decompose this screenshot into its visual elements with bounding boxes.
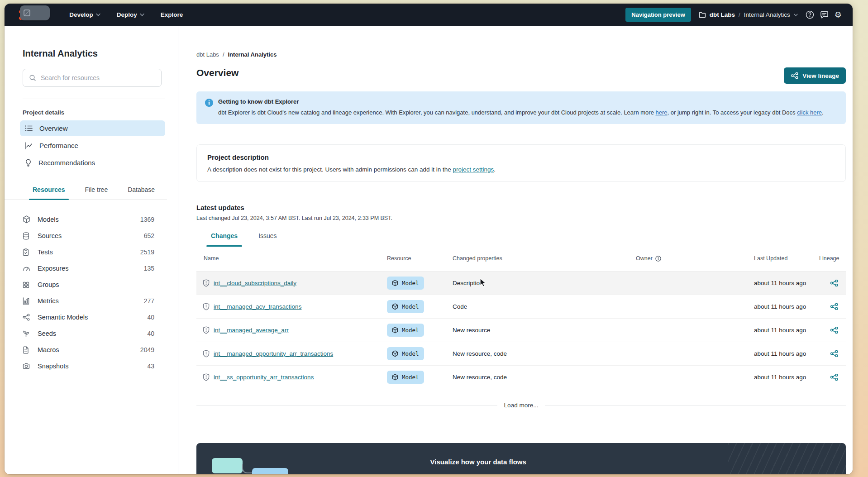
breadcrumb-parent[interactable]: dbt Labs [196,51,219,58]
chart-line-icon [25,142,33,149]
tab-changes[interactable]: Changes [211,232,238,246]
description-text: . [494,166,496,173]
model-name-link[interactable]: int__cloud_subscriptions_daily [214,280,296,286]
resource-badge: Model [387,277,424,290]
col-changed-properties: Changed properties [453,255,636,262]
resource-item-snapshots[interactable]: Snapshots 43 [23,358,154,374]
branch-icon [23,314,31,321]
nav-explore[interactable]: Explore [161,11,183,18]
row-lineage-icon[interactable] [819,303,846,310]
legacy-docs-link[interactable]: click here [797,109,822,116]
promo-hatch-pattern [728,443,846,474]
promo-node-illustration [212,458,243,473]
model-name-link[interactable]: int__ss_opportunity_arr_transactions [214,374,314,381]
tab-database[interactable]: Database [128,186,155,199]
changed-properties-cell: Description [453,280,636,286]
view-lineage-button[interactable]: View lineage [784,67,846,84]
gear-icon[interactable]: ⚙ [835,11,842,19]
resource-label: Models [38,216,59,223]
cube-icon [392,350,398,357]
navigation-preview-button[interactable]: Navigation preview [625,8,691,22]
last-updated-cell: about 11 hours ago [749,303,819,310]
cube-icon [23,215,31,224]
navbar-right: Navigation preview dbt Labs / Internal A… [625,8,842,22]
load-more-link[interactable]: Load more... [504,402,539,409]
row-lineage-icon[interactable] [819,373,846,381]
artifact-box-icon [24,10,30,16]
resource-badge: Model [387,324,424,337]
project-settings-link[interactable]: project settings [453,166,494,173]
resource-badge: Model [387,300,424,313]
search-box[interactable] [23,69,162,87]
lineage-promo-banner[interactable]: Visualize how your data flows [196,443,846,474]
resource-count: 277 [144,297,154,305]
changed-properties-cell: New resource, code [453,350,636,357]
page-title: Overview [196,67,238,78]
table-row[interactable]: int__managed_average_arr Model New resou… [196,319,846,342]
primary-nav: Develop Deploy Explore [69,11,183,18]
resource-item-macros[interactable]: Macros 2049 [23,342,154,358]
resource-item-groups[interactable]: Groups [23,277,154,293]
project-description-card: Project description A description does n… [196,144,846,182]
model-name-link[interactable]: int__managed_average_arr [214,327,289,334]
banner-text: , or jump right in. To access your legac… [668,109,797,116]
cube-icon [392,280,398,286]
clipboard-check-icon [23,248,31,256]
row-lineage-icon[interactable] [819,279,846,287]
breadcrumb-separator: / [223,51,224,58]
sidebar-item-performance[interactable]: Performance [20,138,165,153]
table-row[interactable]: int__cloud_subscriptions_daily Model Des… [196,272,846,295]
description-card-title: Project description [207,153,835,161]
description-text: A description does not exist for this pr… [207,166,453,173]
window-control-artifact [20,5,50,20]
model-shield-icon [203,279,210,287]
resource-item-seeds[interactable]: Seeds 40 [23,325,154,342]
table-row[interactable]: int__ss_opportunity_arr_transactions Mod… [196,366,846,389]
camera-icon [23,363,31,369]
search-input[interactable] [41,74,155,81]
sidebar-item-overview[interactable]: Overview [20,120,165,136]
table-row[interactable]: int__managed_opportunity_arr_transaction… [196,342,846,366]
model-shield-icon [203,303,210,310]
nav-develop[interactable]: Develop [69,11,100,18]
changed-properties-cell: New resource, code [453,374,636,381]
model-name-link[interactable]: int__managed_acv_transactions [214,303,301,310]
explorer-info-banner: Getting to know dbt Explorer dbt Explore… [196,91,846,124]
model-shield-icon [203,350,210,358]
resource-item-metrics[interactable]: Metrics 277 [23,293,154,309]
resource-item-tests[interactable]: Tests 2519 [23,244,154,260]
resource-item-exposures[interactable]: Exposures 135 [23,260,154,277]
promo-title: Visualize how your data flows [430,458,526,466]
resource-label: Macros [38,346,59,353]
table-row[interactable]: int__managed_acv_transactions Model Code… [196,295,846,319]
changed-properties-cell: New resource [453,327,636,334]
help-icon[interactable] [806,10,814,19]
model-name-link[interactable]: int__managed_opportunity_arr_transaction… [214,350,333,357]
resource-badge-label: Model [402,280,419,286]
feedback-icon[interactable] [820,11,829,19]
resource-count: 40 [147,330,154,337]
account-project-switcher[interactable]: dbt Labs / Internal Analytics [699,11,798,18]
nav-deploy[interactable]: Deploy [117,11,144,18]
sidebar-tabs: Resources File tree Database [5,186,167,200]
tab-file-tree[interactable]: File tree [85,186,108,199]
col-resource: Resource [387,255,453,262]
resource-item-semantic-models[interactable]: Semantic Models 40 [23,309,154,325]
resource-badge-label: Model [402,303,419,310]
tab-resources[interactable]: Resources [33,186,65,199]
account-name: dbt Labs [710,11,735,18]
breadcrumb-separator: / [739,11,740,18]
row-lineage-icon[interactable] [819,350,846,358]
row-lineage-icon[interactable] [819,326,846,334]
last-updated-cell: about 11 hours ago [749,327,819,334]
resource-badge: Model [387,347,424,360]
resource-item-models[interactable]: Models 1369 [23,211,154,228]
sidebar-project-title: Internal Analytics [23,48,178,59]
sidebar-item-recommendations[interactable]: Recommendations [20,155,165,171]
learn-more-link[interactable]: here [655,109,667,116]
latest-updates-subtitle: Last changed Jul 23, 2024, 3:57 AM BST. … [196,215,846,221]
resource-count: 135 [144,265,154,272]
promo-connector-illustration [242,464,253,473]
tab-issues[interactable]: Issues [258,232,277,246]
resource-item-sources[interactable]: Sources 652 [23,228,154,244]
